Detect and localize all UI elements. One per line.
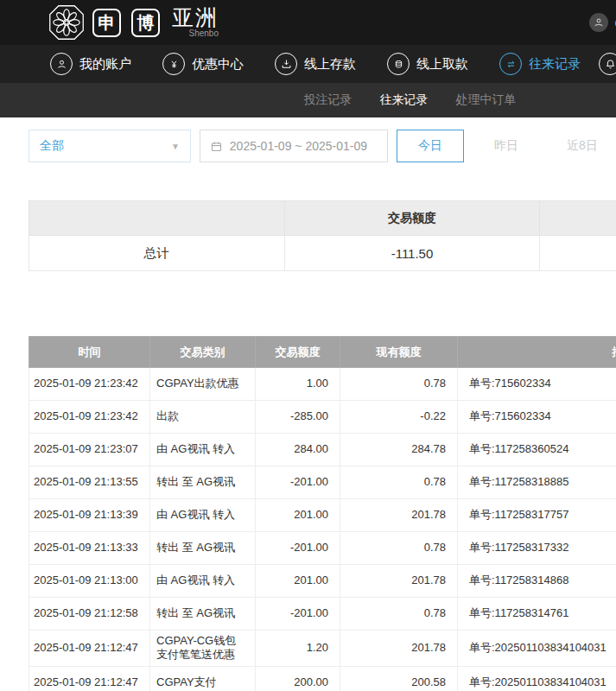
cell-summary: 单号:715602334 [458,368,616,401]
cell-type: 转出 至 AG视讯 [150,466,256,499]
table-row: 2025-01-09 21:12:58 转出 至 AG视讯 -201.00 0.… [29,598,616,631]
records-subnav: 投注记录 往来记录 处理中订单 [0,83,616,117]
promo-coin-icon [162,53,185,75]
col-header-amount: 交易额度 [256,337,340,368]
user-avatar-icon [589,13,608,32]
cell-time: 2025-01-09 21:13:00 [29,565,150,598]
cell-summary: 单号:117258360524 [458,434,616,466]
nav-label: 往来记录 [529,56,581,73]
transactions-header-row: 时间 交易类别 交易额度 现有额度 摘要 [29,337,616,368]
cell-type: 由 AG视讯 转入 [150,434,256,466]
cell-type: 转出 至 AG视讯 [150,598,256,631]
cell-amount: 1.20 [256,631,340,667]
table-row: 2025-01-09 21:13:33 转出 至 AG视讯 -201.00 0.… [29,532,616,565]
summary-header-empty [29,201,285,236]
cell-summary: 单号:117258317332 [458,532,616,565]
cell-balance: 0.78 [340,532,458,565]
table-row: 2025-01-09 21:13:39 由 AG视讯 转入 201.00 201… [29,499,616,532]
summary-row: 总计 -111.50 [29,236,616,271]
user-icon [50,53,73,75]
cell-balance: 0.78 [340,598,458,631]
subtab-betting-records[interactable]: 投注记录 [304,92,352,108]
main-navigation: 我的账户 优惠中心 线上存款 线上取款 [0,45,616,83]
cell-balance: -0.22 [340,401,458,434]
cell-type: CGPAY-CG钱包支付笔笔送优惠 [150,631,256,667]
cell-type: 转出 至 AG视讯 [150,532,256,565]
cell-amount: 200.00 [256,666,340,691]
cell-balance: 0.78 [340,466,458,499]
cell-time: 2025-01-09 21:12:47 [29,631,150,667]
cell-balance: 201.78 [340,631,458,667]
cell-summary: 单号:202501103834104031 [458,666,616,691]
yesterday-button[interactable]: 昨日 [473,130,540,162]
user-account-area[interactable]: qh [589,13,616,32]
chevron-down-icon: ▼ [171,142,180,151]
col-header-summary: 摘要 [458,337,616,368]
subtab-processing-orders[interactable]: 处理中订单 [456,92,517,108]
cell-amount: -285.00 [256,401,340,434]
cell-summary: 单号:117258318885 [458,466,616,499]
table-row: 2025-01-09 21:23:42 出款 -285.00 -0.22 单号:… [29,401,616,434]
nav-item-withdraw[interactable]: 线上取款 [387,53,468,75]
summary-header-amount: 交易额度 [284,201,540,236]
cell-balance: 200.58 [340,666,458,691]
subtab-transaction-records[interactable]: 往来记录 [380,92,429,108]
col-header-time: 时间 [29,337,150,368]
deposit-icon [275,53,297,75]
cell-amount: -201.00 [256,532,340,565]
cell-time: 2025-01-09 21:13:33 [29,532,150,565]
summary-total-value: -111.50 [284,236,540,271]
cell-type: 出款 [150,401,256,434]
nav-item-deposit[interactable]: 线上存款 [275,53,356,75]
col-header-balance: 现有额度 [340,337,458,368]
cell-time: 2025-01-09 21:13:55 [29,466,150,499]
transactions-body: 2025-01-09 21:23:42 CGPAY出款优惠 1.00 0.78 … [29,368,616,691]
filter-bar: 全部 ▼ 2025-01-09 ~ 2025-01-09 今日 昨日 近8日 [29,130,616,162]
col-header-type: 交易类别 [150,337,256,368]
table-row: 2025-01-09 21:12:47 CGPAY支付 200.00 200.5… [29,666,616,691]
nav-item-my-account[interactable]: 我的账户 [50,53,131,75]
table-row: 2025-01-09 21:13:55 转出 至 AG视讯 -201.00 0.… [29,466,616,499]
nav-item-records[interactable]: 往来记录 [499,53,581,75]
table-row: 2025-01-09 21:23:07 由 AG视讯 转入 284.00 284… [29,434,616,466]
records-transfer-icon [499,53,522,75]
cell-type: 由 AG视讯 转入 [150,499,256,532]
cell-balance: 284.78 [340,434,458,466]
last-8-days-button[interactable]: 近8日 [549,130,616,162]
table-row: 2025-01-09 21:23:42 CGPAY出款优惠 1.00 0.78 … [29,368,616,401]
nav-label: 优惠中心 [192,56,244,73]
summary-header-empty [540,201,616,236]
cell-amount: -201.00 [256,466,340,499]
nav-label: 线上取款 [416,56,468,73]
cell-time: 2025-01-09 21:13:39 [29,499,150,532]
cell-time: 2025-01-09 21:12:47 [29,666,150,691]
cell-amount: 201.00 [256,499,340,532]
table-row: 2025-01-09 21:13:00 由 AG视讯 转入 201.00 201… [29,565,616,598]
cell-balance: 0.78 [340,368,458,401]
cell-summary: 单号:715602334 [458,401,616,434]
withdraw-icon [387,53,410,75]
date-range-input[interactable]: 2025-01-09 ~ 2025-01-09 [200,130,388,162]
cell-amount: -201.00 [256,598,340,631]
cell-time: 2025-01-09 21:23:07 [29,434,150,466]
top-header: 申 博 亚洲 Shenbo qh [0,0,616,45]
brand-char-bo: 博 [131,9,160,37]
nav-item-promotions[interactable]: 优惠中心 [162,53,244,75]
cell-time: 2025-01-09 21:23:42 [29,368,150,401]
today-button[interactable]: 今日 [397,130,464,162]
summary-empty-cell [540,236,616,271]
nav-label: 我的账户 [79,56,131,73]
notification-bell-icon[interactable] [599,53,616,75]
brand-char-shen: 申 [92,9,121,37]
transaction-type-select[interactable]: 全部 ▼ [29,130,191,162]
nav-label: 线上存款 [304,56,356,73]
summary-total-label: 总计 [29,236,285,271]
cell-time: 2025-01-09 21:12:58 [29,598,150,631]
cell-amount: 284.00 [256,434,340,466]
cell-summary: 单号:202501103834104031 [458,631,616,667]
cell-type: 由 AG视讯 转入 [150,565,256,598]
calendar-icon [210,140,223,153]
transactions-table: 时间 交易类别 交易额度 现有额度 摘要 2025-01-09 21:23:42… [29,336,616,691]
summary-table: 交易额度 总计 -111.50 [29,200,616,271]
date-range-value: 2025-01-09 ~ 2025-01-09 [230,139,367,153]
